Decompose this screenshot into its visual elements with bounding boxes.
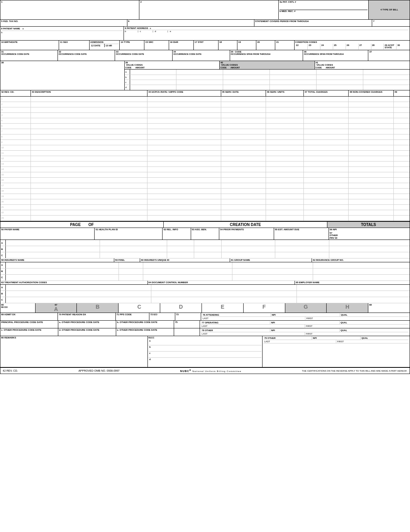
insured-B-name[interactable] [6,269,119,274]
insured-A-name[interactable] [6,262,119,268]
line-3-rev[interactable]: 3 [0,107,31,112]
line-1-49[interactable] [394,97,410,102]
line-15-49[interactable] [394,172,410,177]
line-8-total[interactable] [304,134,349,139]
line-11-49[interactable] [394,151,410,156]
auth-C-codes[interactable] [6,297,151,303]
line-13-total[interactable] [304,161,349,167]
insured-B-group-no[interactable] [313,269,410,274]
insured-B-unique-id[interactable] [143,269,232,274]
line-14-desc[interactable] [31,167,147,172]
val-40d-amt[interactable] [270,85,317,90]
val-41a[interactable] [317,70,363,75]
payer-A-prior[interactable] [222,240,276,246]
line-5-49[interactable] [394,118,410,123]
line-23-units[interactable] [266,216,304,221]
payer-B-npi[interactable] [329,246,410,252]
line-18-units[interactable] [266,189,304,194]
line-17-total[interactable] [304,183,349,188]
payer-A-npi[interactable] [329,240,410,246]
line-22-49[interactable] [394,210,410,215]
val-40c-amt[interactable] [270,80,317,85]
line-14-49[interactable] [394,167,410,172]
insured-C-group-name[interactable] [232,275,313,280]
payer-A-asg[interactable] [194,240,221,246]
line-10-hcpcs[interactable] [147,145,221,150]
line-12-serv-date[interactable] [221,156,266,161]
line-2-49[interactable] [394,102,410,107]
line-2-serv-date[interactable] [221,102,266,107]
line-15-total[interactable] [304,172,349,177]
line-16-desc[interactable] [31,178,147,183]
line-8-hcpcs[interactable] [147,134,221,139]
val-39d-amt[interactable] [176,85,223,90]
line-13-desc[interactable] [31,161,147,167]
line-20-units[interactable] [266,199,304,204]
line-21-units[interactable] [266,205,304,210]
val-39c[interactable] [130,80,177,85]
line-4-hcpcs[interactable] [147,113,221,118]
line-22-serv-date[interactable] [221,210,266,215]
line-12-hcpcs[interactable] [147,156,221,161]
line-16-rev[interactable]: 16 [0,178,31,183]
insured-A-group-no[interactable] [313,262,410,268]
line-8-units[interactable] [266,134,304,139]
line-21-49[interactable] [394,205,410,210]
line-11-hcpcs[interactable] [147,151,221,156]
field-74b[interactable]: b. OTHER PROCEDURE CODE DATE [116,321,174,328]
line-22-rev[interactable]: 22 [0,210,31,215]
insured-C-name[interactable] [6,275,119,280]
val-41a-amt[interactable] [363,70,410,75]
line-15-serv-date[interactable] [221,172,266,177]
line-21-noncov[interactable] [349,205,393,210]
line-19-units[interactable] [266,194,304,199]
field-73[interactable]: 73 [175,313,201,320]
line-3-49[interactable] [394,107,410,112]
line-21-desc[interactable] [31,205,147,210]
field-16[interactable]: 16 DHR [169,41,194,50]
line-10-desc[interactable] [31,145,147,150]
line-8-rev[interactable]: 8 [0,134,31,139]
line-5-rev[interactable]: 5 [0,118,31,123]
line-2-rev[interactable]: 2 [0,102,31,107]
line-6-49[interactable] [394,124,410,129]
field-31[interactable]: 31 OCCURRENCE CODE DATE [0,50,58,61]
field-74c[interactable]: c. OTHER PROCEDURE CODE DATE [0,328,58,336]
line-7-noncov[interactable] [349,129,393,134]
field-38[interactable]: 38 [0,61,125,90]
payer-B-prior[interactable] [222,246,276,252]
line-16-noncov[interactable] [349,178,393,183]
line-9-serv-date[interactable] [221,140,266,145]
line-6-noncov[interactable] [349,124,393,129]
line-19-hcpcs[interactable] [147,194,221,199]
line-23-rev[interactable]: 23 [0,216,31,221]
field-74e[interactable]: e. OTHER PROCEDURE CODE DATE [116,328,174,336]
payer-B-est[interactable] [275,246,329,252]
line-15-rev[interactable]: 15 [0,172,31,177]
line-23-49[interactable] [394,216,410,221]
field-5[interactable]: 5 FED. TAX NO. [0,20,127,26]
val-40d[interactable] [223,85,270,90]
line-18-serv-date[interactable] [221,189,266,194]
line-13-49[interactable] [394,161,410,167]
line-19-serv-date[interactable] [221,194,266,199]
field-4[interactable]: 4 TYPE OF BILL [369,0,410,19]
val-41b-amt[interactable] [363,75,410,80]
line-1-units[interactable] [266,97,304,102]
line-20-total[interactable] [304,199,349,204]
field-15[interactable]: 15 SRC [144,41,169,50]
line-23-hcpcs[interactable] [147,216,221,221]
line-5-desc[interactable] [31,118,147,123]
line-22-noncov[interactable] [349,210,393,215]
line-18-desc[interactable] [31,189,147,194]
line-17-units[interactable] [266,183,304,188]
line-7-rev[interactable]: 7 [0,129,31,134]
auth-A-codes[interactable] [6,285,151,291]
line-12-noncov[interactable] [349,156,393,161]
auth-C-doc-ctrl[interactable] [151,297,297,303]
field-81c-value[interactable] [154,352,261,357]
line-16-units[interactable] [266,178,304,183]
line-5-hcpcs[interactable] [147,118,221,123]
line-20-hcpcs[interactable] [147,199,221,204]
line-1-serv-date[interactable] [221,97,266,102]
